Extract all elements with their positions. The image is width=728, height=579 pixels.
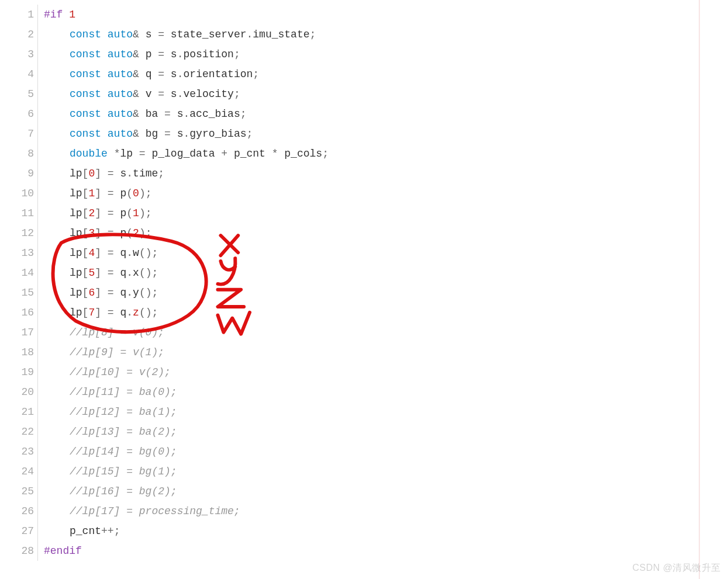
- code-area: #if 1const auto& s = state_server.imu_st…: [44, 5, 728, 561]
- code-token: &: [133, 128, 146, 140]
- code-line: const auto& q = s.orientation;: [44, 64, 728, 84]
- code-token: .: [246, 29, 253, 40]
- code-token: );: [139, 227, 152, 239]
- line-number: 6: [0, 104, 34, 124]
- code-token: const auto: [70, 88, 133, 100]
- line-number: 12: [0, 223, 34, 243]
- code-line: lp[4] = q.w();: [44, 243, 728, 263]
- code-token: &: [133, 108, 146, 120]
- code-line: //lp[13] = ba(2);: [44, 422, 728, 442]
- code-token: ;: [253, 68, 259, 80]
- line-number: 16: [0, 303, 34, 323]
- line-number: 2: [0, 25, 34, 44]
- code-token: 4: [88, 247, 95, 259]
- line-number: 17: [0, 323, 34, 342]
- code-token: ;: [234, 48, 240, 60]
- code-token: ;: [234, 88, 240, 100]
- code-token: state_server: [171, 29, 247, 40]
- code-line: //lp[8] = v(0);: [44, 323, 728, 342]
- code-token: .: [177, 68, 184, 80]
- code-line: #endif: [44, 541, 728, 561]
- line-number: 23: [0, 442, 34, 462]
- code-token: q: [120, 287, 126, 299]
- code-token: ]: [95, 307, 108, 318]
- code-token: s: [171, 48, 177, 60]
- code-token: const auto: [70, 48, 133, 60]
- code-token: .: [126, 168, 133, 179]
- code-line: lp[1] = p(0);: [44, 183, 728, 203]
- code-token: .: [183, 128, 189, 140]
- code-token: lp: [120, 148, 139, 160]
- code-token: s: [146, 29, 158, 40]
- code-token: ]: [95, 287, 108, 299]
- code-token: p_log_data: [151, 148, 221, 160]
- code-token: lp: [70, 287, 82, 299]
- code-token: .: [183, 108, 189, 120]
- code-token: x: [133, 267, 139, 279]
- code-token: [: [82, 287, 89, 299]
- code-token: const auto: [70, 128, 133, 140]
- line-number: 28: [0, 541, 34, 561]
- code-token: //lp[16] = bg(2);: [70, 486, 177, 497]
- code-line: //lp[16] = bg(2);: [44, 481, 728, 501]
- code-token: //lp[10] = v(2);: [70, 366, 171, 378]
- code-token: .: [126, 267, 133, 279]
- code-line: //lp[14] = bg(0);: [44, 442, 728, 462]
- code-token: bg: [146, 128, 164, 140]
- code-token: ++: [101, 525, 114, 537]
- code-token: &: [133, 68, 146, 80]
- code-line: lp[3] = p(2);: [44, 223, 728, 243]
- line-number: 22: [0, 422, 34, 442]
- code-token: =: [108, 227, 120, 239]
- code-token: =: [108, 287, 120, 299]
- code-line: const auto& ba = s.acc_bias;: [44, 104, 728, 124]
- code-line: lp[6] = q.y();: [44, 283, 728, 303]
- code-token: time: [133, 168, 158, 179]
- code-token: *: [272, 148, 285, 160]
- code-token: ]: [95, 207, 108, 219]
- code-token: ;: [247, 128, 253, 140]
- code-token: =: [139, 148, 152, 160]
- line-number: 9: [0, 164, 34, 183]
- code-line: double *lp = p_log_data + p_cnt * p_cols…: [44, 144, 728, 164]
- code-token: q: [120, 307, 126, 318]
- code-token: 3: [88, 227, 95, 239]
- code-token: z: [133, 307, 139, 318]
- code-line: //lp[11] = ba(0);: [44, 382, 728, 402]
- code-token: =: [108, 247, 120, 259]
- line-number: 19: [0, 362, 34, 382]
- line-number: 26: [0, 501, 34, 521]
- watermark-text: CSDN @清风微升至: [632, 562, 721, 566]
- code-token: ;: [114, 525, 120, 537]
- code-token: ();: [139, 247, 158, 259]
- gutter-divider: [37, 5, 38, 561]
- code-token: const auto: [70, 108, 133, 120]
- code-token: 2: [133, 227, 139, 239]
- code-token: //lp[8] = v(0);: [70, 327, 164, 338]
- code-token: s: [171, 88, 177, 100]
- line-number: 20: [0, 382, 34, 402]
- code-token: ba: [146, 108, 164, 120]
- code-token: .: [177, 48, 184, 60]
- code-token: (: [126, 188, 133, 199]
- code-token: 5: [88, 267, 95, 279]
- line-number: 24: [0, 462, 34, 481]
- code-token: [: [82, 227, 89, 239]
- code-token: acc_bias: [189, 108, 240, 120]
- code-line: //lp[9] = v(1);: [44, 342, 728, 362]
- code-token: //lp[11] = ba(0);: [70, 386, 177, 398]
- line-number: 5: [0, 84, 34, 104]
- code-token: .: [126, 287, 133, 299]
- code-token: [: [82, 168, 89, 179]
- code-token: 7: [88, 307, 95, 318]
- code-token: orientation: [183, 68, 253, 80]
- code-token: ();: [139, 267, 158, 279]
- code-token: lp: [70, 188, 82, 199]
- code-token: lp: [70, 247, 82, 259]
- code-token: ();: [139, 287, 158, 299]
- code-token: q: [146, 68, 158, 80]
- code-token: lp: [70, 307, 82, 318]
- code-token: .: [177, 88, 184, 100]
- code-token: =: [108, 168, 120, 179]
- code-token: =: [158, 29, 171, 40]
